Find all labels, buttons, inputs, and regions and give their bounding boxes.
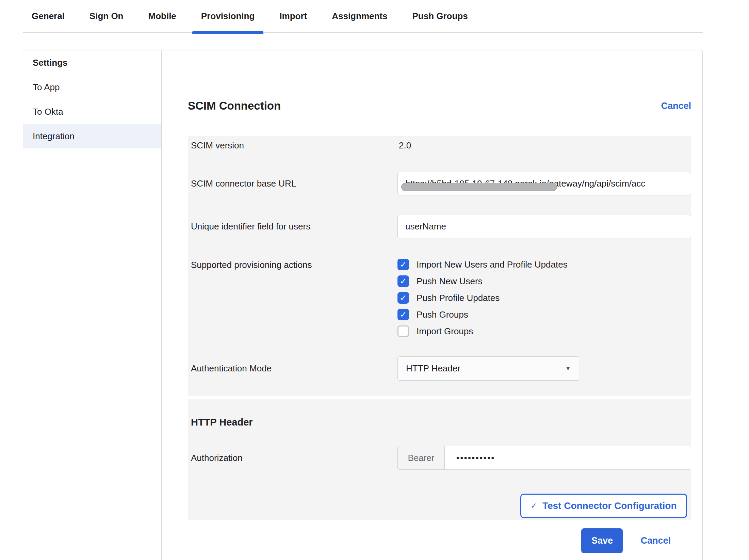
provisioning-panel: Settings To App To Okta Integration SCIM… [23, 50, 703, 560]
auth-mode-label: Authentication Mode [191, 363, 397, 374]
provisioning-actions-list: ✓ Import New Users and Profile Updates ✓… [397, 259, 691, 337]
base-url-row: SCIM connector base URL https://b5bd-185… [191, 172, 691, 195]
auth-mode-selected-value: HTTP Header [406, 363, 460, 374]
url-redaction-bar [401, 183, 557, 191]
authorization-row: Authorization Bearer •••••••••• [191, 446, 691, 470]
checkbox-label: Import Groups [417, 326, 473, 337]
checkbox-label: Push Groups [417, 309, 468, 320]
sidebar-item-to-app[interactable]: To App [23, 75, 161, 99]
checkbox-checked-icon[interactable]: ✓ [397, 259, 409, 270]
chevron-down-icon: ▼ [565, 366, 571, 372]
sidebar-heading-settings: Settings [23, 50, 161, 75]
tab-assignments[interactable]: Assignments [323, 0, 396, 32]
checkbox-checked-icon[interactable]: ✓ [397, 275, 409, 287]
checkbox-label: Push New Users [417, 276, 483, 287]
checkbox-label: Push Profile Updates [417, 293, 500, 303]
app-tab-bar: General Sign On Mobile Provisioning Impo… [23, 0, 703, 33]
cancel-link-bottom[interactable]: Cancel [640, 535, 671, 546]
checkbox-row-push-profile-updates[interactable]: ✓ Push Profile Updates [397, 292, 691, 304]
tab-mobile[interactable]: Mobile [140, 0, 185, 32]
tab-import[interactable]: Import [271, 0, 316, 32]
checkbox-label: Import New Users and Profile Updates [417, 259, 568, 270]
authorization-label: Authorization [191, 453, 397, 463]
provisioning-actions-row: Supported provisioning actions ✓ Import … [191, 259, 691, 337]
unique-id-label: Unique identifier field for users [191, 221, 397, 232]
sidebar-item-to-okta[interactable]: To Okta [23, 99, 161, 124]
scim-settings-card: SCIM version 2.0 SCIM connector base URL… [188, 136, 691, 396]
page-title: SCIM Connection [188, 99, 281, 113]
test-connector-configuration-button[interactable]: ✓ Test Connector Configuration [520, 494, 687, 518]
http-header-card: HTTP Header Authorization Bearer •••••••… [188, 399, 691, 520]
http-header-section-title: HTTP Header [191, 416, 691, 428]
scim-version-value: 2.0 [397, 140, 691, 151]
checkbox-row-push-new-users[interactable]: ✓ Push New Users [397, 275, 691, 287]
base-url-label: SCIM connector base URL [191, 178, 397, 189]
checkbox-row-import-new-users[interactable]: ✓ Import New Users and Profile Updates [397, 259, 691, 270]
test-connector-row: ✓ Test Connector Configuration [191, 494, 691, 518]
footer-actions: Save Cancel [188, 528, 691, 553]
auth-mode-select[interactable]: HTTP Header ▼ [397, 356, 579, 381]
main-content: SCIM Connection Cancel SCIM version 2.0 … [162, 50, 702, 560]
authorization-input-group: Bearer •••••••••• [397, 446, 691, 470]
auth-mode-row: Authentication Mode HTTP Header ▼ [191, 356, 691, 381]
scim-version-row: SCIM version 2.0 [191, 140, 691, 151]
test-connector-button-label: Test Connector Configuration [542, 500, 677, 511]
checkbox-row-push-groups[interactable]: ✓ Push Groups [397, 309, 691, 320]
check-icon: ✓ [531, 501, 537, 510]
unique-id-value: userName [405, 221, 446, 232]
checkbox-unchecked-icon[interactable] [397, 325, 409, 337]
checkbox-row-import-groups[interactable]: Import Groups [397, 325, 691, 337]
checkbox-checked-icon[interactable]: ✓ [397, 309, 409, 320]
save-button[interactable]: Save [581, 528, 623, 553]
tab-push-groups[interactable]: Push Groups [403, 0, 476, 32]
scim-version-label: SCIM version [191, 140, 397, 151]
sidebar-item-integration[interactable]: Integration [23, 124, 161, 148]
base-url-input[interactable]: https://b5bd-185-19-67-148.ngrok.io/gate… [397, 172, 691, 195]
bearer-token-input[interactable]: •••••••••• [445, 446, 691, 469]
provisioning-actions-label: Supported provisioning actions [191, 259, 397, 270]
bearer-prefix: Bearer [398, 446, 445, 469]
unique-id-row: Unique identifier field for users userNa… [191, 215, 691, 238]
tab-provisioning[interactable]: Provisioning [192, 0, 263, 32]
cancel-link-top[interactable]: Cancel [661, 101, 691, 111]
unique-id-input[interactable]: userName [397, 215, 691, 238]
content-header: SCIM Connection Cancel [188, 99, 691, 113]
tab-sign-on[interactable]: Sign On [81, 0, 132, 32]
checkbox-checked-icon[interactable]: ✓ [397, 292, 409, 304]
settings-sidebar: Settings To App To Okta Integration [23, 50, 162, 560]
tab-general[interactable]: General [23, 0, 74, 32]
